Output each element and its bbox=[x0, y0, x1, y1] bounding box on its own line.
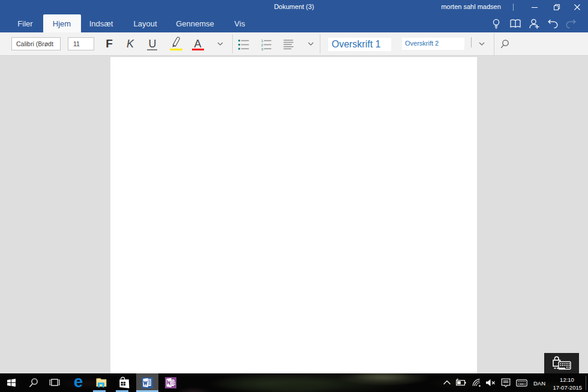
svg-text:3: 3 bbox=[261, 47, 263, 51]
svg-text:1: 1 bbox=[261, 39, 263, 43]
svg-text:2: 2 bbox=[261, 43, 263, 47]
